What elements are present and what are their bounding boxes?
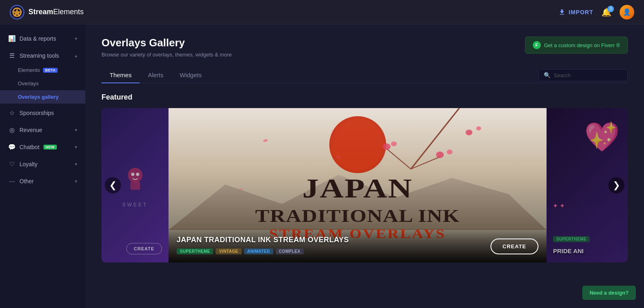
- pride-card-tags: SUPERTHEME: [553, 236, 590, 242]
- tab-widgets[interactable]: Widgets: [172, 67, 210, 83]
- tabs: Themes Alerts Widgets: [102, 67, 210, 83]
- chatbot-icon: 💬: [8, 143, 15, 151]
- sidebar-item-sponsorships[interactable]: ☆ Sponsorships: [0, 105, 85, 121]
- star-icon: ☆: [8, 109, 15, 117]
- carousel-wrapper: ❮ SWEET CR: [102, 108, 628, 262]
- svg-point-11: [391, 141, 397, 146]
- need-design-button[interactable]: Need a design?: [582, 286, 636, 300]
- chevron-up-icon: ▴: [75, 53, 77, 59]
- fiverr-button[interactable]: F Get a custom design on Fiverr ®: [525, 37, 628, 54]
- sidebar-item-elements[interactable]: Elements BETA: [0, 63, 85, 77]
- carousel-prev-button[interactable]: ❮: [105, 177, 121, 193]
- chevron-down-icon: ▾: [75, 36, 77, 41]
- sidebar-section-data: 📊 Data & reports ▾: [0, 31, 85, 46]
- chevron-down-icon: ▾: [75, 127, 77, 133]
- japan-card-tags: SUPERTHEME VINTAGE ANIMATED COMPLEX: [177, 248, 538, 254]
- carousel-card-center[interactable]: JAPAN TRADITIONAL INK STREAM OVERLAYS JA…: [169, 108, 547, 262]
- svg-point-18: [239, 188, 243, 190]
- sidebar-section-sponsorships: ☆ Sponsorships: [0, 105, 85, 121]
- svg-text:JAPAN: JAPAN: [303, 173, 413, 203]
- left-card-art: [119, 163, 151, 195]
- loyalty-icon: ♡: [8, 161, 15, 168]
- page-title: Overlays Gallery: [102, 37, 232, 49]
- tab-themes[interactable]: Themes: [102, 67, 140, 83]
- tag-animated: ANIMATED: [244, 248, 273, 254]
- svg-line-7: [411, 108, 459, 169]
- featured-title: Featured: [102, 93, 628, 102]
- chevron-down-icon: ▾: [75, 178, 77, 184]
- left-card-decoration: [119, 163, 151, 195]
- logo-text: StreamElements: [28, 8, 84, 16]
- page-header-left: Overlays Gallery Browse our variety of o…: [102, 37, 232, 58]
- sidebar-section-other: ⋯ Other ▾: [0, 174, 85, 189]
- logo-icon: [10, 5, 24, 20]
- sidebar-item-revenue[interactable]: ◎ Revenue ▾: [0, 122, 85, 138]
- sidebar: 📊 Data & reports ▾ ☰ Streaming tools ▴ E…: [0, 24, 85, 308]
- search-input[interactable]: [554, 72, 622, 78]
- sidebar-section-streaming: ☰ Streaming tools ▴ Elements BETA Overla…: [0, 48, 85, 104]
- pride-tag-supertheme: SUPERTHEME: [553, 236, 590, 242]
- svg-point-14: [466, 130, 473, 135]
- svg-point-6: [136, 173, 139, 176]
- sidebar-item-overlays[interactable]: Overlays: [0, 77, 85, 90]
- page-subtitle: Browse our variety of overlays, themes, …: [102, 52, 232, 58]
- page-header: Overlays Gallery Browse our variety of o…: [102, 37, 628, 58]
- beta-badge: BETA: [43, 68, 58, 73]
- tag-supertheme: SUPERTHEME: [177, 248, 213, 254]
- left-card-text: SWEET: [122, 202, 148, 208]
- pride-heart-icon: 💖: [584, 120, 620, 154]
- svg-point-12: [436, 152, 444, 158]
- search-icon: 🔍: [544, 72, 551, 78]
- topbar: StreamElements IMPORT 🔔 3 👤: [0, 0, 644, 24]
- svg-rect-4: [130, 182, 140, 190]
- tag-vintage: VINTAGE: [216, 248, 241, 254]
- sidebar-section-chatbot: 💬 Chatbot NEW ▾: [0, 139, 85, 155]
- svg-point-13: [447, 150, 452, 154]
- japan-card-create-button[interactable]: CREATE: [491, 239, 538, 254]
- carousel-next-button[interactable]: ❯: [608, 177, 625, 193]
- pride-stars: ✦ ✦: [553, 202, 565, 210]
- svg-point-10: [383, 143, 391, 150]
- sidebar-item-data-reports[interactable]: 📊 Data & reports ▾: [0, 31, 85, 46]
- left-card-create-button[interactable]: CREATE: [126, 243, 162, 254]
- svg-line-8: [387, 149, 411, 169]
- svg-point-16: [263, 139, 268, 142]
- topbar-right: IMPORT 🔔 3 👤: [558, 5, 634, 20]
- notification-badge: 3: [607, 6, 614, 12]
- svg-point-17: [336, 155, 340, 158]
- tab-alerts[interactable]: Alerts: [140, 67, 171, 83]
- tag-complex: COMPLEX: [276, 248, 304, 254]
- sidebar-section-revenue: ◎ Revenue ▾: [0, 122, 85, 138]
- main-content: Overlays Gallery Browse our variety of o…: [85, 24, 644, 308]
- import-icon: [558, 9, 566, 16]
- sidebar-item-other[interactable]: ⋯ Other ▾: [0, 174, 85, 189]
- chart-icon: 📊: [8, 35, 15, 42]
- japan-card-overlay: JAPAN TRADITIONAL INK STREAM OVERLAYS SU…: [169, 228, 547, 262]
- search-box: 🔍: [538, 69, 628, 81]
- sidebar-item-overlays-gallery[interactable]: Overlays gallery: [0, 90, 85, 104]
- fiverr-icon: F: [533, 41, 541, 49]
- svg-text:TRADITIONAL INK: TRADITIONAL INK: [255, 206, 460, 226]
- japan-card-title: JAPAN TRADITIONAL INK STREAM OVERLAYS: [177, 236, 538, 244]
- chevron-down-icon: ▾: [75, 144, 77, 150]
- sidebar-item-chatbot[interactable]: 💬 Chatbot NEW ▾: [0, 139, 85, 155]
- layout: 📊 Data & reports ▾ ☰ Streaming tools ▴ E…: [0, 24, 644, 308]
- carousel-container: SWEET CREATE: [102, 108, 628, 262]
- chevron-down-icon: ▾: [75, 161, 77, 167]
- svg-point-5: [131, 173, 134, 176]
- svg-point-15: [476, 126, 481, 130]
- pride-card-title: PRIDE ANI: [553, 247, 583, 254]
- new-badge: NEW: [43, 145, 57, 150]
- sidebar-item-loyalty[interactable]: ♡ Loyalty ▾: [0, 156, 85, 172]
- sidebar-item-streaming-tools[interactable]: ☰ Streaming tools ▴: [0, 48, 85, 63]
- other-icon: ⋯: [8, 178, 15, 185]
- logo-area: StreamElements: [10, 5, 84, 20]
- revenue-icon: ◎: [8, 126, 15, 134]
- notification-button[interactable]: 🔔 3: [601, 7, 612, 17]
- tabs-row: Themes Alerts Widgets 🔍: [102, 67, 628, 83]
- avatar[interactable]: 👤: [620, 5, 634, 20]
- svg-point-3: [128, 168, 143, 182]
- sidebar-section-loyalty: ♡ Loyalty ▾: [0, 156, 85, 172]
- import-button[interactable]: IMPORT: [558, 9, 593, 16]
- streaming-icon: ☰: [8, 52, 15, 59]
